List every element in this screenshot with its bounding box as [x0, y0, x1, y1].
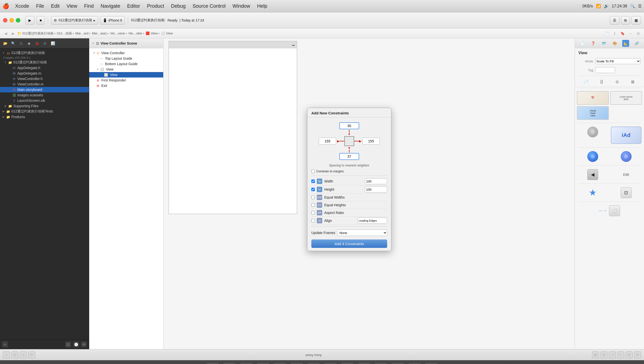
maximize-button[interactable] [16, 18, 20, 22]
layout-btn-6[interactable]: ⟳ [634, 351, 641, 358]
recent-button[interactable]: 🕐 [73, 342, 79, 348]
menu-editor[interactable]: Editor [124, 2, 143, 10]
nav-item-images[interactable]: ▶ 🖼 Images.xcassets [0, 92, 89, 98]
stop-button[interactable]: ■ [36, 16, 45, 24]
breadcrumb-item-3[interactable]: Mai…ard [75, 32, 88, 35]
scene-item-exit[interactable]: ▶ ⊠ Exit [89, 83, 163, 88]
add-file-icon[interactable]: 📄 [604, 30, 610, 37]
right-spacing-input[interactable] [362, 138, 380, 144]
layout-btn-1[interactable]: ⊞ [592, 351, 599, 358]
info-icon[interactable]: ℹ [611, 30, 618, 37]
align-value-select[interactable]: Leading Edges Trailing Edges Top Edges B… [358, 218, 387, 223]
breadcrumb-item-6[interactable]: Vie…oller [128, 32, 142, 35]
scene-item-first-responder[interactable]: ▶ ⊗ First Responder [89, 78, 163, 83]
nav-warning-icon[interactable]: ⚠ [18, 40, 24, 46]
appear-text[interactable]: Lorem ipsumdolor [610, 91, 642, 105]
bookmark-icon[interactable]: 🔖 [619, 30, 626, 37]
bottom-spacing-input[interactable] [339, 153, 359, 160]
file-icon[interactable]: 📄 [582, 78, 590, 85]
nav-item-appdelegate-h[interactable]: ▶ H AppDelegate.h [0, 65, 89, 70]
scene-item-view-parent[interactable]: ▼ ⬜ View [89, 66, 163, 72]
scene-item-viewcontroller[interactable]: ▼ ⊙ View Controller [89, 50, 163, 56]
menu-view[interactable]: View [64, 2, 80, 10]
apple-logo-icon[interactable]: 🍎 [2, 3, 9, 10]
dock-instruments[interactable]: 📊 [340, 363, 355, 364]
dock-safari[interactable]: 🧭 [256, 363, 270, 364]
appear-calendar[interactable]: 📅 [577, 91, 609, 105]
run-button[interactable]: ▶ [25, 16, 34, 24]
storyboard-canvas[interactable]: ▬ [168, 41, 297, 214]
identity-inspector-tab[interactable]: 🪪 [601, 40, 608, 47]
nav-report-icon[interactable]: 📊 [50, 40, 56, 46]
menu-navigate[interactable]: Navigate [98, 2, 123, 10]
width-checkbox[interactable] [311, 180, 315, 183]
menu-help[interactable]: Help [254, 2, 270, 10]
layout-btn-2[interactable]: ⊟ [600, 351, 607, 358]
add-constraints-button[interactable]: Add 4 Constraints [311, 240, 387, 248]
minimize-button[interactable] [10, 18, 14, 22]
edit-label-area[interactable]: Edit [621, 169, 632, 180]
utilities-toggle-button[interactable]: ▦ [631, 16, 641, 24]
blue-circle-1[interactable]: ⊙ [587, 151, 598, 162]
filter-button[interactable]: ⊡ [65, 342, 71, 348]
menu-icon[interactable]: ☰ [638, 4, 642, 8]
scene-item-top-layout[interactable]: ▶ — Top Layout Guide [89, 56, 163, 61]
nav-debug-icon[interactable]: 🐞 [34, 40, 40, 46]
layout-btn-5[interactable]: ⊡ [626, 351, 632, 358]
nav-item-project[interactable]: ▼ 🗂 012通过约束执行动画 [0, 50, 89, 56]
size-inspector-tab[interactable]: 📐 [622, 40, 629, 47]
canvas-area[interactable]: ▬ Add New Constraints [164, 38, 575, 349]
iad-tile[interactable]: iAd [611, 126, 642, 144]
menu-window[interactable]: Window [230, 2, 253, 10]
update-frames-select[interactable]: None Items of New Constraints All Frames… [337, 230, 387, 236]
gray-circle-1[interactable]: ⊙ [587, 126, 598, 138]
nav-test-icon[interactable]: ◆ [26, 40, 32, 46]
dock-terminal[interactable]: 💻 [323, 363, 338, 364]
breadcrumb-item-7[interactable]: 🟥 View [146, 32, 158, 35]
menu-source-control[interactable]: Source Control [190, 2, 228, 10]
nav-breakpoints-icon[interactable]: ⊙ [42, 40, 48, 46]
grid-small-icon[interactable]: ⊞ [630, 78, 636, 85]
attributes-inspector-tab[interactable]: 🎨 [611, 40, 618, 47]
dock-launchpad[interactable]: 🚀 [239, 363, 254, 364]
nav-item-tests[interactable]: ▶ 📁 012通过约束执行动画Tests [0, 109, 89, 114]
dock-calculator[interactable]: 🧮 [407, 363, 422, 364]
canvas-content[interactable] [169, 48, 297, 214]
nav-search-icon[interactable]: 🔍 [10, 40, 16, 46]
close-button[interactable] [3, 18, 8, 22]
dock-finder[interactable]: 🔍 [205, 363, 220, 364]
nav-item-launchscreen[interactable]: ▶ X LaunchScreen.xib [0, 98, 89, 103]
star-button[interactable]: ★ [589, 187, 597, 198]
dock-notes[interactable]: 📝 [272, 363, 287, 364]
menu-edit[interactable]: Edit [48, 2, 62, 10]
mode-select[interactable]: Scale To Fill Scale Aspect Fit Scale Asp… [595, 58, 640, 64]
scene-item-view-child[interactable]: ▶ ⬜ View [89, 72, 163, 78]
nav-structure-button[interactable]: ⊡ [12, 351, 18, 358]
nav-item-supporting-files[interactable]: ▶ 📁 Supporting Files [0, 103, 89, 109]
dock-filezilla[interactable]: 📁 [374, 363, 388, 364]
connections-inspector-tab[interactable]: 🔗 [633, 40, 640, 47]
height-value-select[interactable]: 100 [365, 187, 387, 192]
dock-photos[interactable]: 🖼 [357, 363, 372, 364]
top-spacing-input[interactable] [339, 122, 359, 129]
dock-settings[interactable]: ⚙️ [222, 363, 237, 364]
width-value-select[interactable]: 100 [365, 178, 387, 184]
breadcrumb-item-4[interactable]: Mai…ase) [92, 32, 106, 35]
add-bottom-button[interactable]: + [3, 351, 10, 358]
breadcrumb-item-2[interactable]: 012…动画 [57, 31, 72, 36]
dock-movie[interactable]: 🎬 [390, 363, 405, 364]
nav-item-viewcontroller-m[interactable]: ▶ M ViewController.m [0, 82, 89, 87]
appear-visual[interactable]: VisualFeedView [577, 106, 609, 120]
circle-icon[interactable]: ⊙ [614, 78, 621, 85]
quick-help-tab[interactable]: ❓ [590, 40, 597, 47]
editor-toggle-button[interactable]: ⧉ [621, 16, 630, 24]
menu-xcode[interactable]: Xcode [12, 2, 32, 10]
square-icon-btn-1[interactable]: ◀ [587, 169, 598, 180]
nav-item-products[interactable]: ▶ 📁 Products [0, 114, 89, 120]
nav-item-mainstoryboard[interactable]: ▶ S Main.storyboard [0, 87, 89, 92]
empty-btn-1[interactable]: ⊡ [621, 187, 632, 198]
nav-next-button[interactable]: ▶ [10, 30, 16, 37]
empty-btn-2[interactable]: ⬜ [609, 205, 620, 216]
blue-circle-2[interactable]: ⊙ [621, 151, 632, 162]
breadcrumb-item-1[interactable]: 📁 012通过约束执行动画 [17, 31, 54, 36]
